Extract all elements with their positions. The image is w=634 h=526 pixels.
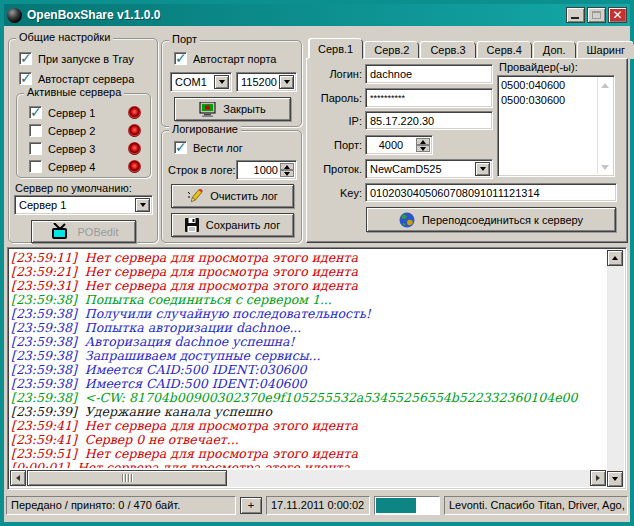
scroll-up-icon[interactable] [600, 80, 610, 90]
password-input[interactable] [365, 88, 493, 108]
autostart-port-label: Автостарт порта [193, 53, 276, 65]
tab-1[interactable]: Серв.1 [308, 38, 363, 59]
spin-down-icon[interactable] [416, 145, 430, 152]
pobedit-label: POBedit [78, 226, 119, 238]
progress-bar [374, 496, 440, 515]
server-checkbox-1[interactable] [29, 106, 42, 119]
scroll-left-icon[interactable] [10, 470, 26, 486]
log-line: [23:59:38] Запрашиваем доступные сервисы… [11, 349, 605, 363]
autostart-server-checkbox[interactable] [19, 72, 32, 85]
provider-item[interactable]: 0500:040600 [501, 78, 596, 93]
floppy-icon [185, 218, 199, 232]
server-label: Сервер 3 [48, 143, 95, 155]
tab-4[interactable]: Серв.4 [477, 41, 532, 59]
active-servers-title: Активные сервера [24, 86, 124, 98]
server-tab-control: Серв.1Серв.2Серв.3Серв.4Доп.Шаринг Логин… [306, 38, 628, 243]
autostart-port-row: Автостарт порта [174, 52, 276, 65]
log-horizontal-scrollbar[interactable] [10, 470, 606, 487]
window-title: OpenBoxShare v1.1.0.0 [27, 8, 160, 22]
scroll-down-icon[interactable] [607, 471, 623, 487]
keep-log-checkbox[interactable] [174, 141, 187, 154]
providers-list: 0500:0406000500:030600 [501, 78, 596, 108]
spin-up-icon[interactable] [280, 163, 294, 170]
tab-5[interactable]: Доп. [533, 41, 576, 59]
app-window: OpenBoxShare v1.1.0.0 ✕ Общие настройки … [0, 0, 634, 526]
chevron-down-icon[interactable] [214, 75, 229, 89]
ip-input[interactable] [365, 111, 493, 130]
spin-up-icon[interactable] [416, 138, 430, 145]
server-checkbox-3[interactable] [29, 142, 42, 155]
default-server-combobox[interactable]: Сервер 1 [14, 195, 153, 215]
save-log-button[interactable]: Сохранить лог [171, 213, 294, 237]
reconnect-button[interactable]: Переподсоединиться к серверу [366, 207, 616, 232]
autostart-server-row: Автостарт сервера [19, 72, 134, 85]
close-icon: ✕ [612, 9, 622, 21]
log-line: [23:59:41] Сервер 0 не отвечает... [11, 433, 605, 447]
log-lines-spinner[interactable]: 1000 [236, 160, 297, 180]
led-icon [128, 106, 141, 119]
server-port-value: 4000 [368, 138, 414, 152]
autostart-port-checkbox[interactable] [174, 52, 187, 65]
baud-rate-combobox[interactable]: 115200 [236, 72, 297, 92]
tab-6[interactable]: Шаринг [577, 41, 634, 59]
scroll-up-icon[interactable] [607, 250, 623, 266]
log-line: [0:00:01] Нет сервера для просмотра этог… [11, 461, 605, 468]
scrollbar-thumb[interactable] [27, 470, 227, 486]
clear-log-button[interactable]: Очистить лог [171, 184, 294, 208]
login-input[interactable] [365, 64, 493, 84]
ip-label: IP: [309, 115, 362, 127]
close-port-button[interactable]: Закрыть [174, 97, 291, 121]
chevron-down-icon[interactable] [279, 75, 294, 89]
providers-listbox[interactable]: 0500:0406000500:030600 [497, 75, 615, 177]
key-input[interactable] [365, 183, 617, 202]
keep-log-row: Вести лог [174, 141, 243, 154]
log-line: [23:59:38] <-CW: 81704b00900302370e9f105… [11, 391, 605, 405]
log-line: [23:59:38] Получили случайную последоват… [11, 307, 605, 321]
log-line: [23:59:38] Имеется CAID:500 IDENT:030600 [11, 363, 605, 377]
close-button[interactable]: ✕ [608, 7, 627, 23]
app-icon [7, 8, 22, 23]
server-checkbox-4[interactable] [29, 160, 42, 173]
led-icon [128, 160, 141, 173]
progress-fill [376, 498, 416, 513]
protocol-label: Проток. [309, 163, 362, 175]
scroll-right-icon[interactable] [590, 470, 606, 486]
protocol-combobox[interactable]: NewCamD525 [365, 159, 493, 179]
server-label: Сервер 1 [48, 107, 95, 119]
providers-scrollbar[interactable] [597, 78, 612, 174]
chevron-down-icon[interactable] [475, 162, 490, 176]
login-label: Логин: [309, 68, 362, 80]
providers-label: Провайдер(-ы): [499, 61, 578, 73]
com-port-combobox[interactable]: COM1 [170, 72, 232, 92]
active-servers-group: Активные сервера Сервер 1Сервер 2Сервер … [16, 93, 151, 178]
log-lines-value: 1000 [239, 163, 278, 177]
server-checkbox-2[interactable] [29, 124, 42, 137]
minimize-button[interactable] [566, 7, 585, 23]
client-area: Общие настройки При запуске в Tray Автос… [4, 26, 630, 522]
tray-checkbox[interactable] [19, 52, 32, 65]
log-vertical-scrollbar[interactable] [607, 250, 624, 487]
server-port-label: Порт: [309, 139, 362, 151]
spin-down-icon[interactable] [280, 170, 294, 177]
tab-3[interactable]: Серв.3 [420, 41, 475, 59]
server-row-1: Сервер 1 [29, 106, 141, 119]
chevron-down-icon[interactable] [135, 198, 150, 212]
baud-rate-value: 115200 [241, 75, 278, 89]
com-port-value: COM1 [175, 75, 213, 89]
general-settings-title: Общие настройки [16, 31, 113, 43]
maximize-button[interactable] [587, 7, 606, 23]
port-group-title: Порт [169, 33, 200, 45]
server-label: Сервер 4 [48, 161, 95, 173]
provider-item[interactable]: 0500:030600 [501, 93, 596, 108]
password-label: Пароль: [309, 92, 362, 104]
pobedit-button[interactable]: POBedit [31, 220, 136, 243]
server-tab-page: Логин: Пароль: IP: Порт: 4000 Проток. Ne… [306, 58, 628, 243]
title-bar[interactable]: OpenBoxShare v1.1.0.0 ✕ [4, 4, 630, 26]
tab-2[interactable]: Серв.2 [364, 41, 419, 59]
plus-button[interactable]: + [240, 497, 262, 514]
default-server-label: Сервер по умолчанию: [15, 182, 132, 194]
scroll-down-icon[interactable] [600, 162, 610, 172]
log-line: [23:59:41] Нет сервера для просмотра это… [11, 419, 605, 433]
server-port-spinner[interactable]: 4000 [365, 135, 433, 155]
logging-group-title: Логирование [169, 123, 241, 135]
